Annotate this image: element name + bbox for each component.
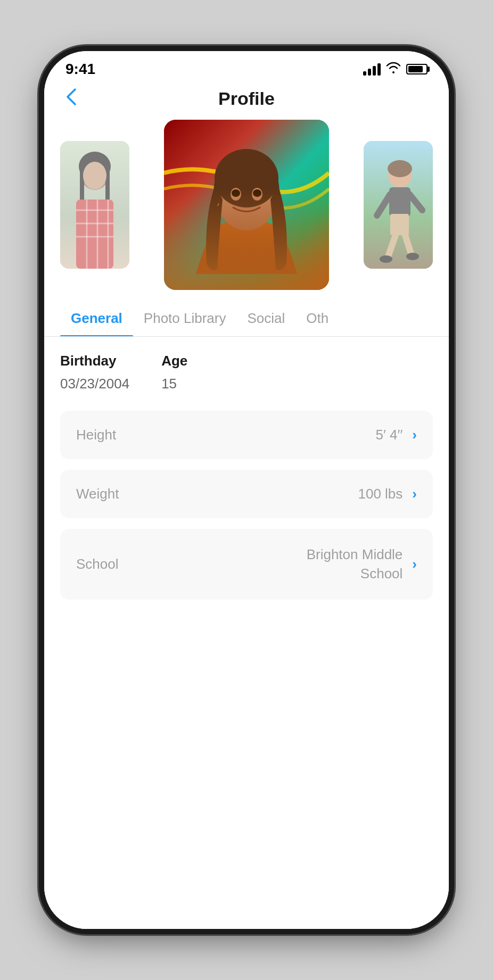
tabs-container: General Photo Library Social Oth [44, 301, 449, 337]
birthday-age-section: Birthday 03/23/2004 Age 15 [60, 353, 433, 392]
age-label: Age [161, 353, 187, 369]
svg-rect-25 [389, 187, 410, 217]
svg-point-18 [252, 188, 262, 201]
weight-chevron-icon: › [412, 486, 417, 502]
height-field[interactable]: Height 5′ 4′′ › [60, 411, 433, 459]
birthday-label: Birthday [60, 353, 129, 369]
signal-bars-icon [363, 63, 381, 76]
content-area: Birthday 03/23/2004 Age 15 Height 5′ 4′′… [44, 337, 449, 929]
svg-rect-13 [164, 120, 329, 290]
svg-point-20 [253, 189, 261, 197]
battery-fill [408, 66, 423, 72]
signal-bar-1 [363, 71, 366, 76]
weight-value: 100 lbs [358, 486, 402, 502]
phone-frame: 9:41 [44, 51, 449, 929]
tab-other[interactable]: Oth [295, 301, 339, 336]
svg-point-16 [215, 149, 278, 207]
header: Profile [44, 83, 449, 120]
photo-right[interactable] [364, 141, 433, 269]
height-label: Height [76, 427, 116, 443]
wifi-icon [386, 62, 401, 77]
svg-point-30 [406, 253, 419, 260]
school-field[interactable]: School Brighton MiddleSchool › [60, 529, 433, 600]
status-icons [363, 62, 428, 77]
tab-photo-library[interactable]: Photo Library [133, 301, 237, 336]
status-time: 9:41 [65, 61, 95, 78]
photo-main-bg [164, 120, 329, 290]
signal-bar-3 [373, 66, 376, 76]
photo-center[interactable] [164, 120, 329, 290]
school-right: Brighton MiddleSchool › [307, 545, 417, 584]
age-value: 15 [161, 376, 187, 392]
school-value: Brighton MiddleSchool [307, 545, 403, 584]
weight-field[interactable]: Weight 100 lbs › [60, 470, 433, 518]
signal-bar-2 [368, 69, 371, 76]
svg-point-19 [232, 189, 240, 197]
status-bar: 9:41 [44, 51, 449, 83]
tab-general[interactable]: General [60, 301, 133, 336]
height-value: 5′ 4′′ [376, 427, 403, 443]
school-chevron-icon: › [412, 556, 417, 572]
photo-carousel [44, 120, 449, 301]
svg-rect-14 [236, 210, 257, 229]
back-button[interactable] [65, 87, 77, 111]
photo-left[interactable] [60, 141, 129, 269]
weight-label: Weight [76, 486, 119, 502]
photo-right-bg [364, 141, 433, 269]
page-title: Profile [218, 88, 275, 109]
svg-point-17 [231, 188, 241, 201]
age-col: Age 15 [161, 353, 187, 392]
weight-right: 100 lbs › [358, 486, 417, 502]
svg-point-29 [380, 255, 392, 263]
birthday-value: 03/23/2004 [60, 376, 129, 392]
tab-social[interactable]: Social [236, 301, 295, 336]
svg-rect-26 [390, 214, 409, 235]
battery-icon [406, 64, 428, 74]
height-chevron-icon: › [412, 427, 417, 443]
svg-point-24 [388, 160, 412, 177]
birthday-col: Birthday 03/23/2004 [60, 353, 129, 392]
svg-point-21 [213, 201, 219, 206]
school-label: School [76, 556, 119, 572]
signal-bar-4 [377, 63, 381, 76]
photo-left-bg [60, 141, 129, 269]
height-right: 5′ 4′′ › [376, 427, 417, 443]
svg-point-5 [83, 162, 106, 189]
